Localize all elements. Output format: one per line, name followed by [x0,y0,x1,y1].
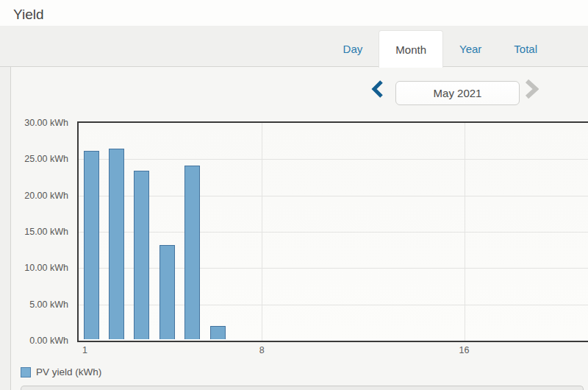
bar-day-2[interactable] [109,149,124,339]
tab-month[interactable]: Month [379,30,443,68]
legend-label: PV yield (kWh) [36,366,101,377]
bar-day-4[interactable] [159,245,175,339]
next-month-button[interactable] [522,79,541,101]
series-swatch-icon [21,367,31,377]
tab-day[interactable]: Day [327,30,379,67]
tab-total[interactable]: Total [498,30,553,67]
bar-day-6[interactable] [210,326,226,339]
date-range-label: May 2021 [434,87,482,99]
chevron-right-icon [524,79,539,101]
bar-day-3[interactable] [134,171,149,339]
date-range-button[interactable]: May 2021 [395,81,520,105]
view-tabs: Day Month Year Total [327,30,553,67]
tab-year[interactable]: Year [443,30,498,67]
chevron-left-icon [370,80,384,100]
prev-month-button[interactable] [368,79,387,101]
bar-day-1[interactable] [84,151,99,339]
chart-plot-area [77,121,588,342]
collapsed-section-header[interactable] [21,386,584,390]
bar-day-5[interactable] [184,166,200,339]
page-title: Yield [13,7,44,23]
legend-item[interactable]: PV yield (kWh) [21,366,101,377]
